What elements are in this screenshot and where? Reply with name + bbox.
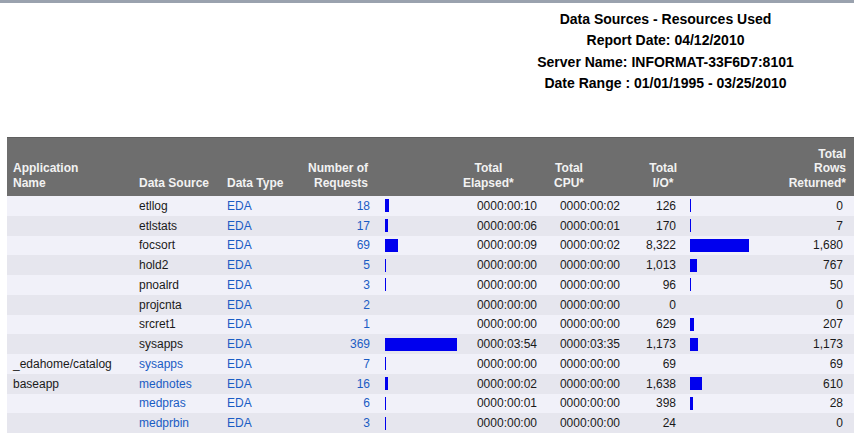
io-bar-cell xyxy=(677,295,765,315)
total-elapsed-cell: 0000:03:54 xyxy=(460,334,540,354)
total-io-cell: 1,173 xyxy=(625,334,677,354)
requests-count-cell[interactable]: 18 xyxy=(300,196,372,216)
rows-returned-cell: 1,680 xyxy=(765,236,854,256)
io-bar-cell xyxy=(677,315,765,335)
data-type-cell[interactable]: EDA xyxy=(226,216,300,236)
col-header-line: Requests xyxy=(308,176,368,191)
table-row: medpras EDA 6 0000:00:01 0000:00:00 398 … xyxy=(7,394,854,414)
io-bar xyxy=(690,278,691,291)
requests-bar-cell xyxy=(372,354,460,374)
requests-count-cell[interactable]: 69 xyxy=(300,236,372,256)
rows-returned-cell: 767 xyxy=(765,255,854,275)
io-bar xyxy=(690,259,697,272)
top-divider xyxy=(0,0,854,3)
rows-returned-cell: 0 xyxy=(765,196,854,216)
io-bar-cell xyxy=(677,216,765,236)
data-type-cell[interactable]: EDA xyxy=(226,413,300,433)
data-source-cell[interactable]: sysapps xyxy=(138,354,226,374)
io-bar-cell xyxy=(677,275,765,295)
requests-count-cell[interactable]: 369 xyxy=(300,334,372,354)
data-type-cell[interactable]: EDA xyxy=(226,315,300,335)
total-io-cell: 629 xyxy=(625,315,677,335)
requests-bar-cell xyxy=(372,394,460,414)
requests-bar xyxy=(385,278,386,291)
io-bar-cell xyxy=(677,255,765,275)
data-source-cell: projcnta xyxy=(138,295,226,315)
requests-count-cell[interactable]: 3 xyxy=(300,413,372,433)
requests-bar-cell xyxy=(372,255,460,275)
table-row: etlstats EDA 17 0000:00:06 0000:00:01 17… xyxy=(7,216,854,236)
table-row: baseapp mednotes EDA 16 0000:00:02 0000:… xyxy=(7,374,854,394)
requests-bar-cell xyxy=(372,196,460,216)
rows-returned-cell: 0 xyxy=(765,413,854,433)
requests-bar xyxy=(385,219,388,232)
total-io-cell: 69 xyxy=(625,354,677,374)
col-header-data-type: Data Type xyxy=(226,138,300,196)
data-type-cell[interactable]: EDA xyxy=(226,275,300,295)
total-io-cell: 8,322 xyxy=(625,236,677,256)
application-name-cell xyxy=(7,413,138,433)
report-header: Data Sources - Resources Used Report Dat… xyxy=(473,9,854,95)
requests-count-cell[interactable]: 17 xyxy=(300,216,372,236)
requests-bar xyxy=(385,417,386,430)
server-name: Server Name: INFORMAT-33F6D7:8101 xyxy=(473,52,854,73)
col-header-line: Returned* xyxy=(789,176,846,191)
application-name-cell xyxy=(7,315,138,335)
report-title: Data Sources - Resources Used xyxy=(473,9,854,30)
io-bar-cell xyxy=(677,394,765,414)
data-type-cell[interactable]: EDA xyxy=(226,295,300,315)
col-header-line: Elapsed* xyxy=(463,176,514,191)
col-header-line: Total xyxy=(463,161,514,176)
application-name-cell: _edahome/catalog xyxy=(7,354,138,374)
requests-bar-cell xyxy=(372,413,460,433)
col-header-total-elapsed: Total Elapsed* xyxy=(460,138,540,196)
data-source-cell: etlstats xyxy=(138,216,226,236)
table-row: pnoalrd EDA 3 0000:00:00 0000:00:00 96 5… xyxy=(7,275,854,295)
data-type-cell[interactable]: EDA xyxy=(226,196,300,216)
data-type-cell[interactable]: EDA xyxy=(226,334,300,354)
total-elapsed-cell: 0000:00:00 xyxy=(460,315,540,335)
io-bar-cell xyxy=(677,413,765,433)
total-io-cell: 96 xyxy=(625,275,677,295)
total-io-cell: 398 xyxy=(625,394,677,414)
requests-bar-cell xyxy=(372,315,460,335)
data-type-cell[interactable]: EDA xyxy=(226,394,300,414)
data-type-cell[interactable]: EDA xyxy=(226,236,300,256)
data-source-cell[interactable]: mednotes xyxy=(138,374,226,394)
total-io-cell: 24 xyxy=(625,413,677,433)
requests-count-cell[interactable]: 6 xyxy=(300,394,372,414)
total-io-cell: 126 xyxy=(625,196,677,216)
io-bar xyxy=(690,377,702,390)
table-header-row: Application Name Data Source Data Type N… xyxy=(7,137,854,196)
total-elapsed-cell: 0000:00:06 xyxy=(460,216,540,236)
data-source-cell[interactable]: medprbin xyxy=(138,413,226,433)
requests-bar-cell xyxy=(372,216,460,236)
data-type-cell[interactable]: EDA xyxy=(226,354,300,374)
requests-count-cell[interactable]: 1 xyxy=(300,315,372,335)
io-bar-cell xyxy=(677,374,765,394)
table-row: _edahome/catalog sysapps EDA 7 0000:00:0… xyxy=(7,354,854,374)
requests-bar xyxy=(385,259,386,272)
requests-count-cell[interactable]: 3 xyxy=(300,275,372,295)
data-source-cell: sysapps xyxy=(138,334,226,354)
io-bar-cell xyxy=(677,236,765,256)
rows-returned-cell: 207 xyxy=(765,315,854,335)
requests-count-cell[interactable]: 2 xyxy=(300,295,372,315)
total-elapsed-cell: 0000:00:00 xyxy=(460,413,540,433)
total-elapsed-cell: 0000:00:00 xyxy=(460,275,540,295)
requests-bar-cell xyxy=(372,374,460,394)
rows-returned-cell: 610 xyxy=(765,374,854,394)
data-source-cell[interactable]: medpras xyxy=(138,394,226,414)
requests-count-cell[interactable]: 7 xyxy=(300,354,372,374)
requests-count-cell[interactable]: 5 xyxy=(300,255,372,275)
io-bar-cell xyxy=(677,354,765,374)
col-header-total-cpu: Total CPU* xyxy=(540,138,625,196)
total-elapsed-cell: 0000:00:02 xyxy=(460,374,540,394)
data-type-cell[interactable]: EDA xyxy=(226,374,300,394)
requests-bar xyxy=(385,377,388,390)
rows-returned-cell: 28 xyxy=(765,394,854,414)
requests-count-cell[interactable]: 16 xyxy=(300,374,372,394)
total-cpu-cell: 0000:00:00 xyxy=(540,394,625,414)
data-type-cell[interactable]: EDA xyxy=(226,255,300,275)
report-date: Report Date: 04/12/2010 xyxy=(473,30,854,51)
